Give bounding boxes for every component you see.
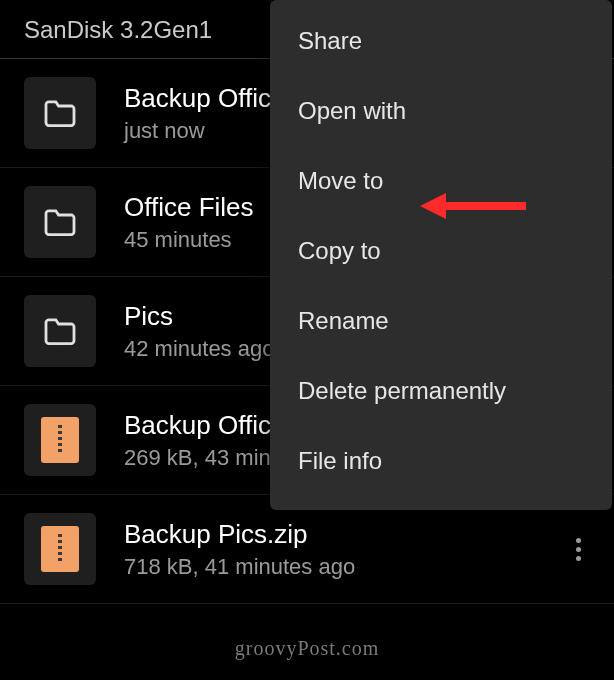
menu-item-file-info[interactable]: File info [270, 426, 612, 496]
menu-item-copy-to[interactable]: Copy to [270, 216, 612, 286]
file-item-zip[interactable]: Backup Pics.zip 718 kB, 41 minutes ago [0, 495, 614, 604]
menu-item-share[interactable]: Share [270, 6, 612, 76]
menu-item-move-to[interactable]: Move to [270, 146, 612, 216]
more-options-button[interactable] [558, 529, 598, 569]
menu-item-delete-permanently[interactable]: Delete permanently [270, 356, 612, 426]
menu-item-rename[interactable]: Rename [270, 286, 612, 356]
more-icon [576, 538, 581, 561]
zip-icon [24, 404, 96, 476]
menu-item-open-with[interactable]: Open with [270, 76, 612, 146]
context-menu: Share Open with Move to Copy to Rename D… [270, 0, 612, 510]
zip-icon [24, 513, 96, 585]
file-meta: 718 kB, 41 minutes ago [124, 554, 558, 580]
folder-icon [24, 186, 96, 258]
folder-icon [24, 77, 96, 149]
watermark-text: groovyPost.com [235, 637, 380, 660]
file-info: Backup Pics.zip 718 kB, 41 minutes ago [124, 519, 558, 580]
file-name: Backup Pics.zip [124, 519, 558, 550]
folder-icon [24, 295, 96, 367]
